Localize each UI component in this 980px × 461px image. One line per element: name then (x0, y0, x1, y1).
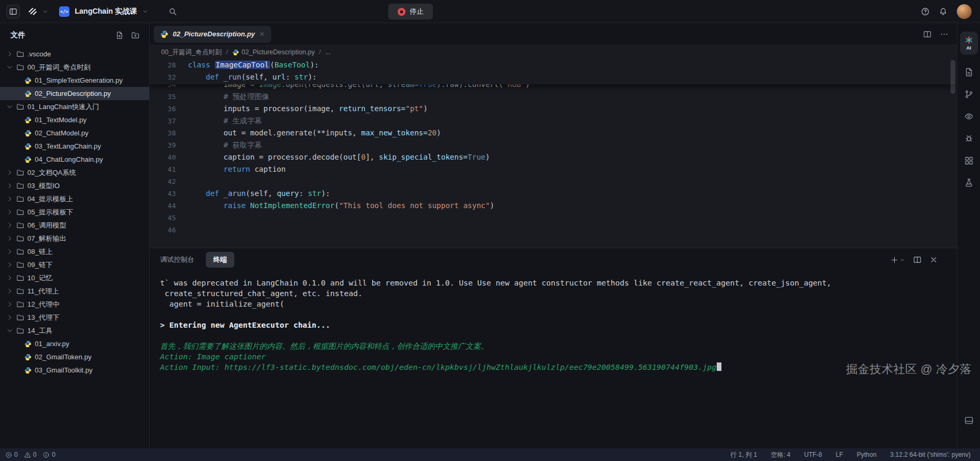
tree-item-file[interactable]: 03_TextLangChain.py (0, 140, 149, 153)
tree-item-folder[interactable]: 00_开篇词_奇点时刻 (0, 61, 149, 74)
code-text[interactable]: inputs = processor(image, return_tensors… (188, 103, 428, 115)
terminal-output[interactable]: t` was deprecated in LangChain 0.1.0 and… (150, 271, 957, 448)
tree-item-label: 01_LangChain快速入门 (27, 102, 100, 112)
tree-item-folder[interactable]: 06_调用模型 (0, 219, 149, 232)
tree-item-folder[interactable]: 03_模型IO (0, 179, 149, 192)
tree-item-file[interactable]: 01_TextModel.py (0, 113, 149, 126)
help-icon[interactable] (921, 7, 929, 16)
code-editor[interactable]: 28class ImageCapTool(BaseTool):32 def _r… (150, 59, 957, 248)
close-panel-icon[interactable] (929, 256, 938, 264)
panel-tab-1[interactable]: 终端 (206, 252, 234, 268)
breadcrumb-item[interactable]: ... (325, 48, 330, 56)
tree-item-folder[interactable]: 02_文档QA系统 (0, 166, 149, 179)
status-item[interactable]: 空格: 4 (771, 450, 790, 459)
new-folder-icon[interactable] (131, 31, 140, 40)
code-text[interactable]: # 获取字幕 (188, 139, 262, 151)
code-text[interactable]: caption = processor.decode(out[0], skip_… (188, 151, 490, 163)
tree-item-folder[interactable]: 12_代理中 (0, 298, 149, 311)
code-text[interactable]: def _run(self, url: str): (188, 71, 317, 83)
branch-icon[interactable] (964, 90, 974, 99)
user-avatar[interactable] (957, 4, 972, 19)
status-item[interactable]: LF (836, 451, 843, 458)
tree-item-folder[interactable]: 01_LangChain快速入门 (0, 100, 149, 113)
tree-item-label: 02_PictureDescription.py (35, 90, 111, 97)
panel-tab-0[interactable]: 调试控制台 (160, 255, 194, 264)
line-number: 46 (157, 224, 176, 236)
tree-item-label: 03_模型IO (27, 181, 60, 191)
new-file-icon[interactable] (115, 31, 124, 40)
python-icon (160, 30, 169, 38)
chevron-down-icon (6, 327, 13, 334)
tree-item-folder[interactable]: 10_记忆 (0, 271, 149, 285)
tree-item-folder[interactable]: 13_代理下 (0, 311, 149, 324)
editor-tabstrip: 02_PictureDescription.py (150, 23, 957, 45)
tree-item-file[interactable]: 04_ChatLongChain.py (0, 153, 149, 166)
tree-item-folder[interactable]: 07_解析输出 (0, 232, 149, 245)
ai-sidebar-button[interactable]: AI (960, 32, 978, 55)
tree-item-file[interactable]: 02_ChatModel.py (0, 126, 149, 140)
grid-icon[interactable] (964, 156, 974, 165)
tree-item-folder[interactable]: 04_提示模板上 (0, 192, 149, 205)
breadcrumb-item[interactable]: 02_PictureDescription.py (232, 48, 315, 56)
split-terminal-icon[interactable] (913, 256, 922, 264)
new-terminal-button[interactable] (890, 256, 905, 264)
editor-column: 02_PictureDescription.py 00_开篇词_奇点时刻/02_… (150, 23, 957, 448)
status-item[interactable]: 行 1, 列 1 (730, 450, 757, 459)
tree-item-file[interactable]: 01_SimpleTextGeneration.py (0, 74, 149, 87)
tree-item-label: 06_调用模型 (27, 221, 66, 230)
plus-icon (890, 256, 898, 264)
tree-item-folder[interactable]: .vscode (0, 47, 149, 61)
notifications-bell-icon[interactable] (939, 7, 947, 16)
code-text[interactable]: # 预处理图像 (188, 91, 269, 103)
editor-tab-active[interactable]: 02_PictureDescription.py (154, 26, 271, 43)
editor-scrollbar[interactable] (951, 60, 955, 94)
status-item[interactable]: 3.12.2 64-bit ('shims': pyenv) (890, 451, 971, 458)
stop-button[interactable]: 停止 (388, 4, 433, 19)
tree-item-file[interactable]: 02_GmailToken.py (0, 350, 149, 364)
code-text[interactable]: out = model.generate(**inputs, max_new_t… (188, 127, 441, 139)
eye-icon[interactable] (964, 112, 974, 121)
status-item[interactable]: Python (857, 451, 876, 458)
tree-item-file[interactable]: 02_PictureDescription.py (0, 87, 149, 100)
tree-item-folder[interactable]: 09_链下 (0, 258, 149, 271)
code-lines: 34 image = Image.open(requests.get(url, … (150, 59, 957, 236)
flask-icon[interactable] (964, 178, 974, 188)
explorer-actions (115, 31, 140, 40)
folder-icon (16, 63, 24, 71)
tree-item-file[interactable]: 03_GmailToolkit.py (0, 364, 149, 377)
folder-icon (16, 195, 24, 203)
panel-layout-icon[interactable] (964, 416, 974, 425)
code-line: 32 def _run(self, url: str): (150, 71, 957, 83)
tree-item-file[interactable]: 01_arxiv.py (0, 337, 149, 350)
tree-item-folder[interactable]: 08_链上 (0, 245, 149, 258)
debug-icon[interactable] (964, 134, 974, 143)
tab-close-icon[interactable] (259, 31, 265, 37)
tree-item-folder[interactable]: 11_代理上 (0, 285, 149, 298)
code-text[interactable]: class ImageCapTool(BaseTool): (188, 59, 319, 71)
watermark: 掘金技术社区 @ 冷夕落 (846, 361, 972, 377)
status-warning-count[interactable]: 0 (24, 451, 37, 458)
status-error-count[interactable]: 0 (5, 451, 18, 458)
status-info-count[interactable]: 0 (43, 451, 55, 458)
chevron-down-icon[interactable] (142, 8, 149, 15)
panel-tabs: 调试控制台终端 (160, 252, 234, 268)
chevron-right-icon (6, 169, 13, 176)
trae-logo-icon[interactable] (28, 7, 37, 16)
more-actions-icon[interactable] (940, 30, 948, 38)
code-text[interactable]: raise NotImplementedError("This tool doe… (188, 200, 494, 212)
tree-item-folder[interactable]: 14_工具 (0, 324, 149, 337)
code-text[interactable]: def _arun(self, query: str): (188, 188, 330, 200)
code-line: 39 # 获取字幕 (150, 139, 957, 151)
app-layout-button[interactable] (6, 5, 20, 18)
status-item[interactable]: UTF-8 (804, 451, 822, 458)
chevron-down-icon[interactable] (42, 8, 48, 15)
code-text[interactable]: return caption (188, 163, 285, 175)
doc-icon[interactable] (964, 67, 974, 77)
code-text[interactable]: # 生成字幕 (188, 115, 262, 127)
split-editor-icon[interactable] (923, 30, 932, 38)
python-icon (24, 340, 32, 348)
search-icon[interactable] (169, 7, 177, 16)
breadcrumb-item[interactable]: 00_开篇词_奇点时刻 (161, 48, 222, 57)
tree-item-folder[interactable]: 05_提示模板下 (0, 205, 149, 219)
project-name[interactable]: LangChain 实战课 (75, 7, 137, 16)
